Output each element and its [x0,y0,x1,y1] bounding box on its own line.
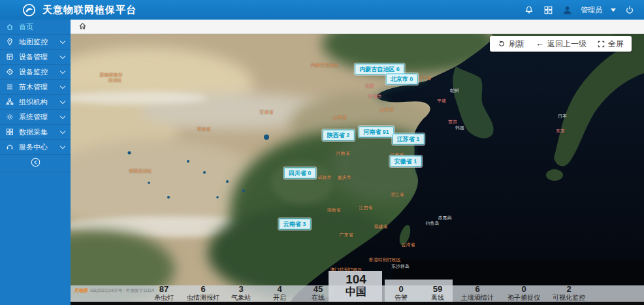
stat-powered-on: 4 开启 [273,285,286,301]
sidebar-item-device-monitor[interactable]: 设备监控 [0,65,71,80]
province-count-badge[interactable]: 陕西省 2 [323,130,355,141]
stat-label: 孢子捕捉仪 [507,294,540,301]
power-icon[interactable] [624,5,635,15]
sidebar-item-label: 系统管理 [19,112,48,122]
map-tile-label: 重庆市 [338,175,351,180]
sidebar-item-label: 首页 [19,22,33,32]
map-tile-label: 浙江省 [391,192,404,197]
province-count-badge[interactable]: 北京市 0 [386,74,418,85]
map-tile-label: 台湾省 [402,242,415,248]
bell-icon[interactable] [524,5,534,15]
map-tile-label: 辽宁省 [418,76,432,81]
stat-label: 开启 [273,294,286,301]
chevron-down-icon [60,143,65,148]
chevron-down-icon [60,113,65,118]
stat-offline: 59 离线 [431,285,444,301]
data-grid-icon [6,128,14,136]
province-count-badge[interactable]: 江苏省 1 [393,134,425,145]
org-icon [6,98,14,106]
sidebar-nav: 首页 地图监控 设备管理 设备监控 苗木管理 [0,20,71,305]
sidebar-item-device-manage[interactable]: 设备管理 [0,50,71,65]
stat-total-china: 104 中国 [346,273,366,298]
stat-alarm: 0 告警 [394,285,408,301]
app-window: 天意物联网植保平台 [0,0,644,305]
province-count-badge[interactable]: 安徽省 1 [390,156,422,167]
main-content: 新疆维吾尔自治区青海省西藏自治区甘肃省内蒙古自治区山西省山东省河南省江苏省湖南省… [71,20,644,305]
map-tile-label: 新疆维吾尔 [100,72,123,78]
service-icon [6,143,14,152]
stat-value: 2 [553,285,585,294]
province-count-badge[interactable]: 四川省 0 [284,168,316,179]
chevron-down-icon [60,83,65,88]
sidebar-item-home[interactable]: 首页 [0,20,71,35]
sidebar-item-label: 服务中心 [19,142,48,152]
apps-icon[interactable] [543,5,553,15]
breadcrumb [71,20,644,34]
sidebar-item-data-collect[interactable]: 数据采集 [0,125,71,140]
stat-pest-lamp: 6 虫情测报灯 [187,285,219,301]
back-up-level-button[interactable]: ← 返回上一级 [536,39,587,50]
tianditu-logo: 天地图 [74,287,88,294]
map-attribution: 天地图 GS(2021)1407号 - 甲测资字11114 [74,287,154,294]
map-pin-icon [6,38,14,46]
map-toolbar: 刷新 ← 返回上一级 全屏 [490,36,632,52]
map-tile-label: 东京 [556,129,565,134]
map-tile-label: 钓鱼岛 [426,221,440,226]
map-tile-label: 江西省 [359,205,373,210]
province-count-badge[interactable]: 河南省 91 [359,127,394,138]
province-count-badge[interactable]: 云南省 3 [279,219,311,230]
avatar-icon[interactable] [562,5,572,15]
sidebar-item-map-monitor[interactable]: 地图监控 [0,35,71,50]
collapse-arrow-icon [31,157,40,170]
stat-label: 气象站 [231,294,251,301]
chevron-down-icon [60,38,65,43]
home-icon [6,23,14,31]
map-tile-label: 青海省 [197,127,211,132]
fullscreen-button[interactable]: 全屏 [598,39,624,50]
sidebar-collapse-button[interactable] [0,155,71,172]
map-tile-label: 韩国 [455,125,464,131]
stat-label: 在线 [312,294,325,301]
sidebar-item-system-manage[interactable]: 系统管理 [0,110,71,125]
stat-value: 6 [461,285,494,294]
sidebar-item-service-center[interactable]: 服务中心 [0,140,71,155]
sidebar-item-organization[interactable]: 组织机构 [0,95,71,110]
app-title: 天意物联网植保平台 [42,4,137,16]
map-tile-label: 成都市 [318,175,332,180]
map-tile-label: 东沙群岛 [391,264,410,269]
sidebar-item-label: 地图监控 [19,37,48,47]
refresh-button[interactable]: 刷新 [498,39,524,50]
stat-online: 45 在线 [312,285,325,301]
map-tile-label: 甘肃省 [260,110,274,115]
fullscreen-icon [598,40,605,48]
sidebar-item-label: 数据采集 [19,127,48,137]
map-tile-label: 北京 [365,84,374,89]
map-tile-label: 西藏自治区 [129,169,152,174]
stat-value: 87 [154,285,174,294]
stat-weather-station: 3 气象站 [231,285,251,301]
stat-label: 中国 [346,285,366,298]
user-menu-label[interactable]: 管理员 [581,5,602,15]
breadcrumb-home-icon[interactable] [78,21,87,33]
sidebar-item-label: 苗木管理 [19,82,48,92]
sidebar-item-seedling-manage[interactable]: 苗木管理 [0,80,71,95]
stat-value: 45 [312,285,325,294]
caret-down-icon[interactable] [611,8,616,12]
map-tile-label: 内蒙古自治区 [311,63,338,68]
map-tile-label: 天津市 [368,94,382,99]
map-tile-label: 赤尾屿 [438,216,452,221]
stat-insecticidal-lamp: 87 杀虫灯 [154,285,174,301]
stat-value: 104 [346,273,366,285]
map-tile-label: 河南省 [336,151,350,156]
map-canvas[interactable]: 新疆维吾尔自治区青海省西藏自治区甘肃省内蒙古自治区山西省山东省河南省江苏省湖南省… [71,34,644,305]
map-tile-label: 朝鲜 [450,88,459,93]
sidebar-item-label: 组织机构 [19,97,48,107]
stat-value: 4 [273,285,286,294]
stat-value: 3 [231,285,251,294]
stat-value: 0 [394,285,408,294]
map-tile-label: 日本 [558,114,567,119]
stat-soil-moisture: 6 土壤墒情计 [461,285,494,301]
chevron-down-icon [60,53,65,58]
chevron-down-icon [60,68,65,73]
stat-spore-catcher: 0 孢子捕捉仪 [507,285,540,301]
